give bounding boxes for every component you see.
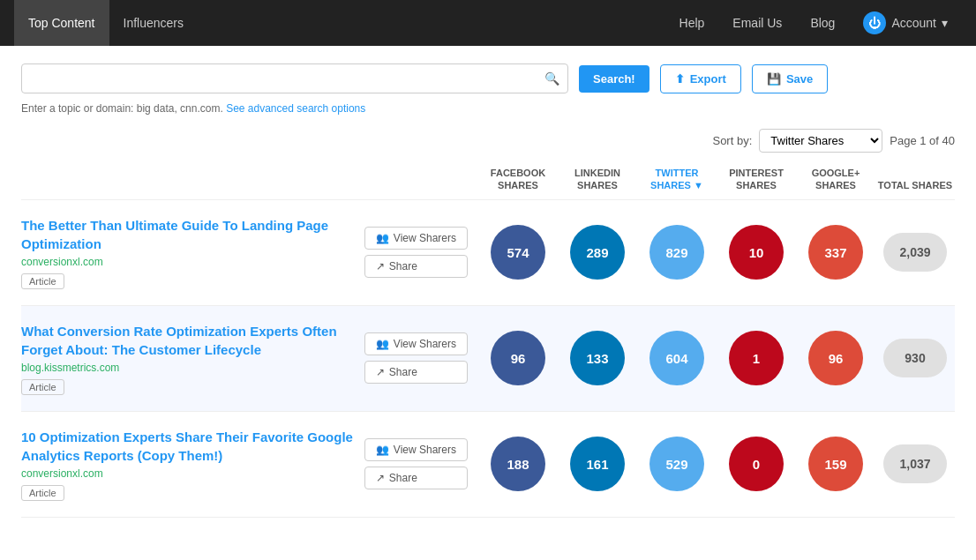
total-metric: 930: [875, 339, 955, 377]
table-header: FACEBOOKSHARES LINKEDINSHARES TWITTERSHA…: [21, 160, 955, 200]
pinterest-metric: 10: [717, 225, 796, 280]
google-metric: 159: [796, 437, 875, 491]
twitter-circle: 529: [649, 437, 704, 491]
total-metric: 2,039: [875, 233, 955, 272]
twitter-circle: 604: [649, 331, 704, 385]
facebook-circle: 188: [491, 437, 545, 491]
linkedin-circle: 161: [570, 437, 625, 491]
main-content: conversion optimization 🔍 Search! ⬆ Expo…: [0, 46, 976, 560]
linkedin-metric: 289: [558, 225, 637, 280]
twitter-circle: 829: [649, 225, 704, 280]
pinterest-metric: 0: [717, 437, 796, 491]
linkedin-metric: 161: [558, 437, 637, 491]
navbar: Top Content Influencers Help Email Us Bl…: [0, 0, 976, 46]
page-info: Page 1 of 40: [890, 134, 955, 147]
view-sharers-button[interactable]: 👥 View Sharers: [364, 332, 468, 355]
action-buttons: 👥 View Sharers ↗ Share: [364, 438, 468, 489]
col-header-pinterest: PINTERESTSHARES: [717, 167, 796, 192]
nav-influencers[interactable]: Influencers: [109, 0, 198, 46]
search-button[interactable]: Search!: [579, 65, 649, 93]
sharers-icon: 👥: [376, 232, 389, 244]
content-title[interactable]: The Better Than Ultimate Guide To Landin…: [21, 218, 328, 251]
google-circle: 337: [808, 225, 863, 280]
account-icon: ⏻: [863, 11, 886, 34]
view-sharers-button[interactable]: 👥 View Sharers: [364, 438, 468, 461]
content-title[interactable]: 10 Optimization Experts Share Their Favo…: [21, 429, 353, 463]
pinterest-metric: 1: [717, 331, 796, 385]
share-icon: ↗: [376, 366, 385, 378]
pinterest-circle: 10: [729, 225, 784, 280]
content-domain: blog.kissmetrics.com: [21, 362, 354, 374]
facebook-metric: 188: [478, 437, 558, 491]
account-chevron-icon: ▾: [942, 16, 948, 30]
facebook-circle: 574: [491, 225, 545, 280]
google-circle: 159: [808, 437, 863, 491]
col-header-facebook: FACEBOOKSHARES: [478, 167, 558, 192]
export-icon: ⬆: [675, 72, 685, 86]
action-buttons: 👥 View Sharers ↗ Share: [364, 332, 468, 384]
google-circle: 96: [808, 331, 863, 385]
share-icon: ↗: [376, 472, 385, 484]
share-icon: ↗: [376, 260, 385, 273]
google-metric: 96: [796, 331, 875, 385]
content-domain: conversionxl.com: [21, 467, 354, 480]
results-container: The Better Than Ultimate Guide To Landin…: [21, 200, 955, 518]
share-button[interactable]: ↗ Share: [364, 361, 468, 384]
advanced-search-link[interactable]: See advanced search options: [226, 102, 365, 115]
content-title[interactable]: What Conversion Rate Optimization Expert…: [21, 324, 337, 357]
search-input[interactable]: conversion optimization: [21, 63, 568, 93]
nav-help[interactable]: Help: [665, 0, 719, 46]
table-row: The Better Than Ultimate Guide To Landin…: [21, 200, 955, 306]
linkedin-circle: 289: [570, 225, 625, 280]
search-row: conversion optimization 🔍 Search! ⬆ Expo…: [21, 63, 955, 93]
google-metric: 337: [796, 225, 875, 280]
search-icon: 🔍: [544, 71, 559, 86]
nav-email-us[interactable]: Email Us: [718, 0, 796, 46]
action-buttons: 👥 View Sharers ↗ Share: [364, 227, 468, 278]
view-sharers-button[interactable]: 👥 View Sharers: [364, 227, 468, 250]
hint-row: Enter a topic or domain: big data, cnn.c…: [21, 102, 955, 115]
nav-blog[interactable]: Blog: [796, 0, 849, 46]
total-pill: 2,039: [883, 233, 947, 272]
twitter-metric: 604: [637, 331, 717, 385]
total-metric: 1,037: [875, 444, 955, 483]
col-header-linkedin: LINKEDINSHARES: [558, 167, 637, 192]
linkedin-circle: 133: [570, 331, 625, 385]
content-info: What Conversion Rate Optimization Expert…: [21, 322, 364, 395]
total-pill: 930: [883, 339, 947, 377]
share-button[interactable]: ↗ Share: [364, 255, 468, 278]
col-header-google: GOOGLE+SHARES: [796, 167, 875, 192]
content-type-badge: Article: [21, 379, 64, 395]
sort-label: Sort by:: [712, 134, 752, 147]
facebook-metric: 96: [478, 331, 558, 385]
table-row: 10 Optimization Experts Share Their Favo…: [21, 412, 955, 518]
sort-arrow-icon: ▼: [694, 180, 703, 190]
nav-right: Help Email Us Blog ⏻ Account ▾: [665, 0, 962, 46]
share-button[interactable]: ↗ Share: [364, 467, 468, 489]
linkedin-metric: 133: [558, 331, 637, 385]
content-info: 10 Optimization Experts Share Their Favo…: [21, 428, 364, 501]
save-button[interactable]: 💾 Save: [752, 64, 828, 93]
twitter-metric: 829: [637, 225, 717, 280]
twitter-metric: 529: [637, 437, 717, 491]
sharers-icon: 👥: [376, 338, 389, 350]
content-domain: conversionxl.com: [21, 256, 354, 268]
content-type-badge: Article: [21, 485, 64, 501]
account-label: Account: [891, 16, 936, 30]
sharers-icon: 👥: [376, 444, 389, 456]
table-row: What Conversion Rate Optimization Expert…: [21, 306, 955, 412]
content-type-badge: Article: [21, 273, 64, 289]
col-header-total: TOTAL SHARES: [875, 179, 955, 191]
col-header-twitter[interactable]: TWITTERSHARES ▼: [637, 167, 717, 192]
nav-top-content[interactable]: Top Content: [14, 0, 109, 46]
export-button[interactable]: ⬆ Export: [660, 64, 741, 93]
facebook-circle: 96: [491, 331, 545, 385]
sort-select[interactable]: Twitter Shares Facebook Shares LinkedIn …: [759, 129, 882, 153]
pinterest-circle: 1: [729, 331, 784, 385]
account-button[interactable]: ⏻ Account ▾: [849, 0, 962, 46]
search-input-wrap: conversion optimization 🔍: [21, 63, 568, 93]
facebook-metric: 574: [478, 225, 558, 280]
pinterest-circle: 0: [729, 437, 784, 491]
sort-row: Sort by: Twitter Shares Facebook Shares …: [21, 129, 955, 153]
total-pill: 1,037: [883, 444, 947, 483]
